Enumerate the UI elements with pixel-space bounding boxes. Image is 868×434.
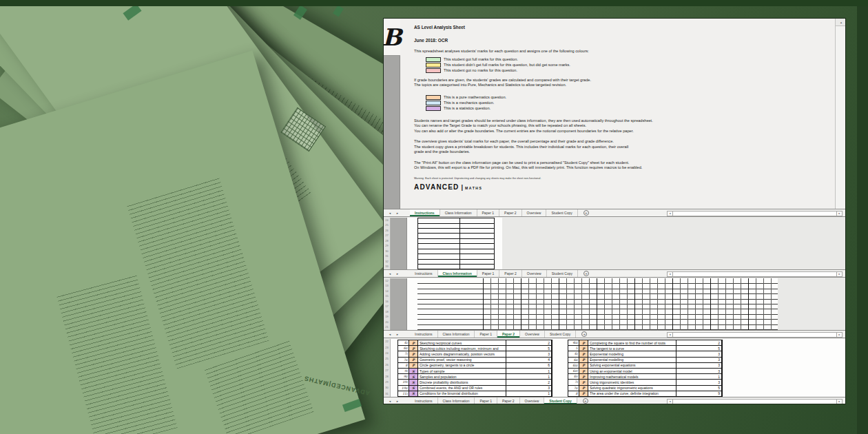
scroll-right-icon[interactable]: ► — [836, 271, 843, 277]
row-number: 15 — [384, 294, 390, 300]
sheet-tab[interactable]: Overview — [520, 397, 545, 404]
row-number: 29 — [384, 380, 390, 385]
sheet-tab[interactable]: Paper 1 — [477, 209, 500, 216]
vertical-scrollbar[interactable]: ▲ — [835, 19, 846, 209]
empty-cell — [506, 363, 534, 369]
marks-cell: 3 — [704, 380, 722, 385]
next-sheet-icon[interactable]: ► — [396, 272, 399, 276]
empty-cell — [676, 386, 704, 391]
sheet-tab[interactable]: Class Information — [438, 270, 477, 277]
text-line: The topics are categorised into Pure, Me… — [414, 83, 834, 88]
legend-label: This is a pure mathematics question. — [444, 95, 506, 101]
sheet-tab[interactable]: Instructions — [410, 331, 438, 338]
prev-sheet-icon[interactable]: ◄ — [389, 333, 391, 336]
scroll-right-icon[interactable]: ► — [836, 399, 843, 404]
sheet-tab[interactable]: Instructions — [410, 270, 438, 277]
empty-cell — [506, 386, 534, 391]
prev-sheet-icon[interactable]: ◄ — [389, 400, 391, 403]
marks-cell: 3 — [704, 363, 722, 369]
scrollbar-track[interactable] — [673, 399, 836, 404]
legend-label: This student got no marks for this quest… — [444, 68, 517, 74]
sheet-tab[interactable]: Overview — [522, 270, 547, 277]
add-sheet-button[interactable]: + — [583, 398, 588, 404]
row-number: 20 — [384, 320, 390, 325]
empty-cell — [506, 380, 534, 385]
question-number: 9i — [398, 369, 409, 374]
scroll-left-icon[interactable]: ◄ — [667, 211, 673, 216]
row-number: 21 — [384, 325, 390, 331]
marks-cell: 6 — [534, 363, 552, 369]
colour-swatch — [426, 101, 441, 105]
brand-advanced: ADVANCED — [414, 185, 459, 190]
sheet-tab[interactable]: Paper 1 — [475, 397, 497, 404]
add-sheet-button[interactable]: + — [583, 271, 589, 276]
horizontal-scrollbar[interactable]: ◄ ► — [667, 399, 843, 404]
scrollbar-track[interactable] — [673, 332, 836, 338]
row-number: 13 — [384, 284, 390, 289]
next-sheet-icon[interactable]: ► — [396, 211, 399, 215]
add-sheet-button[interactable]: + — [583, 210, 589, 216]
sheet-tab[interactable]: Class Information — [438, 331, 475, 338]
sheet-tab[interactable]: Overview — [522, 209, 547, 216]
row-number: 26 — [384, 228, 390, 234]
next-sheet-icon[interactable]: ► — [396, 400, 399, 403]
sheet-tab[interactable]: Paper 2 — [499, 270, 522, 277]
sheet-tab[interactable]: Class Information — [440, 209, 477, 216]
horizontal-scrollbar[interactable]: ◄ ► — [667, 211, 843, 216]
legend-row: This is a statistics question. — [426, 106, 834, 112]
text-line: You can also add or alter the grade boun… — [414, 129, 834, 134]
question-number: 6ii — [568, 358, 579, 363]
sheet-tab[interactable]: Instructions — [410, 397, 438, 404]
sheet-tab-bar-2: ◄ ► InstructionsClass InformationPaper 1… — [384, 269, 846, 278]
row-number: 22 — [384, 339, 390, 344]
marks-cell: 9 — [704, 391, 722, 397]
sheet-tab[interactable]: Class Information — [438, 397, 475, 404]
scroll-up-icon[interactable]: ▲ — [836, 19, 846, 26]
sheet-tab[interactable]: Paper 2 — [497, 331, 520, 338]
scrollbar-track[interactable] — [673, 211, 836, 216]
sheet-tab[interactable]: Paper 1 — [475, 331, 497, 338]
topic-cell: Discrete probability distributions — [418, 380, 506, 385]
scroll-left-icon[interactable]: ◄ — [667, 332, 673, 338]
marks-cell: 2 — [534, 340, 552, 346]
background-edge — [857, 0, 868, 434]
scroll-right-icon[interactable]: ► — [836, 211, 843, 216]
sheet-tab[interactable]: Student Copy — [547, 270, 578, 277]
question-number: 6i — [398, 340, 409, 346]
row-number: 29 — [384, 244, 390, 249]
category-badge: P — [409, 363, 418, 369]
sheet-tab[interactable]: Paper 2 — [497, 397, 520, 404]
text-line: The "Print All" button on the class info… — [414, 161, 834, 166]
empty-cell — [676, 358, 704, 363]
sheet-tab[interactable]: Instructions — [410, 209, 440, 216]
sheet-tab[interactable]: Student Copy — [546, 209, 577, 216]
tab-nav: ◄ ► — [384, 397, 410, 404]
sheet-tab[interactable]: Paper 1 — [477, 270, 500, 277]
category-badge: P — [579, 358, 588, 363]
legend-label: This student didn't get full marks for t… — [444, 63, 570, 68]
next-sheet-icon[interactable]: ► — [396, 333, 399, 336]
category-badge: P — [579, 391, 588, 397]
sheet-tab[interactable]: Overview — [520, 331, 545, 338]
horizontal-scrollbar[interactable]: ◄ ► — [667, 332, 843, 338]
empty-cell — [506, 340, 534, 346]
shaded-column — [391, 218, 407, 269]
text-line: Students names and target grades should … — [414, 118, 834, 124]
add-sheet-button[interactable]: + — [581, 331, 587, 337]
category-badge: S — [409, 374, 418, 380]
sheet-tab[interactable]: Paper 2 — [499, 209, 522, 216]
scrollbar-track[interactable] — [673, 271, 836, 277]
prev-sheet-icon[interactable]: ◄ — [389, 272, 391, 276]
empty-cell — [676, 363, 704, 369]
legend-row: This student got full marks for this que… — [426, 57, 834, 63]
spreadsheet-window: B AS Level Analysis Sheet June 2018: OCR… — [383, 18, 846, 404]
marks-cell: 1 — [704, 374, 722, 380]
scroll-left-icon[interactable]: ◄ — [667, 271, 673, 277]
sheet-tab[interactable]: Student Copy — [544, 397, 577, 404]
horizontal-scrollbar[interactable]: ◄ ► — [667, 271, 843, 277]
prev-sheet-icon[interactable]: ◄ — [389, 211, 391, 215]
topic-cell: The tangent to a curve — [588, 346, 676, 351]
scroll-left-icon[interactable]: ◄ — [667, 399, 673, 404]
sheet-tab[interactable]: Student Copy — [545, 331, 576, 338]
scroll-right-icon[interactable]: ► — [836, 332, 843, 338]
